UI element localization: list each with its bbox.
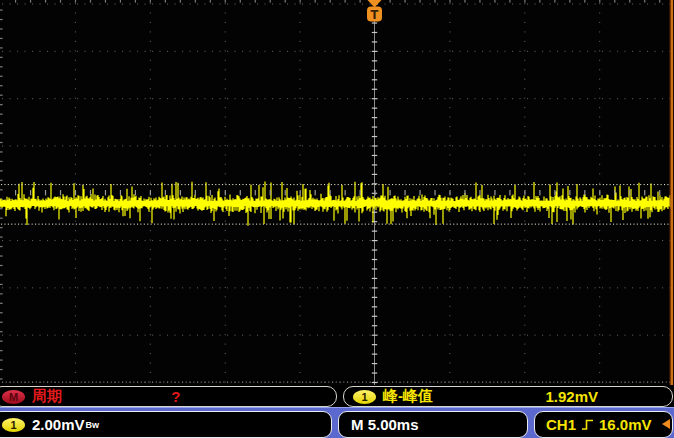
bandwidth-limit-indicator: Bw (86, 420, 100, 430)
trigger-source: CH1 (546, 416, 576, 433)
trigger-readout: CH1 16.0mV (534, 411, 673, 438)
svg-text:T: T (371, 8, 379, 22)
measurement-period-value: ? (171, 388, 180, 405)
measurement-period: M 周期 ? (0, 386, 337, 407)
rising-edge-icon (581, 418, 594, 431)
source-badge-math: M (2, 390, 25, 404)
measurement-row: M 周期 ? 1 峰-峰值 1.92mV (0, 386, 674, 407)
waveform-display: T (0, 0, 674, 385)
channel1-scale-value: 2.00mV (32, 416, 85, 433)
source-badge-ch1: 1 (353, 390, 376, 404)
measurement-period-label: 周期 (32, 387, 62, 406)
channel1-badge: 1 (2, 418, 25, 432)
left-arrow-icon (662, 419, 670, 429)
measurement-vpp-value: 1.92mV (545, 388, 598, 405)
trigger-level-value: 16.0mV (599, 416, 652, 433)
graticule-and-trace: T (0, 0, 674, 385)
timebase-value: M 5.00ms (339, 416, 419, 433)
oscilloscope-screen: T M 周期 ? 1 峰-峰值 1.92mV 1 2.00mV Bw M 5.0… (0, 0, 674, 438)
channel1-scale-readout: 1 2.00mV Bw (0, 411, 332, 438)
measurement-vpp-label: 峰-峰值 (383, 387, 433, 406)
measurement-vpp: 1 峰-峰值 1.92mV (343, 386, 673, 407)
status-bar: 1 2.00mV Bw M 5.00ms CH1 16.0mV (0, 407, 674, 438)
timebase-readout: M 5.00ms (338, 411, 528, 438)
